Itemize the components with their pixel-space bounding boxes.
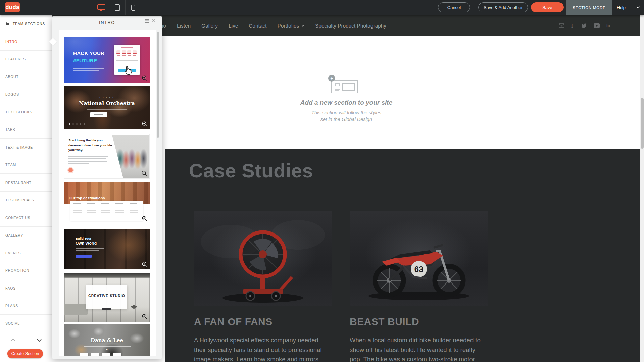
label-bar — [122, 55, 126, 56]
template-thumbnail-hack-your-future[interactable]: HACK YOUR #FUTURE — [64, 37, 150, 83]
case-study-title: A FAN OF FANS — [194, 316, 332, 327]
thumb-title: HACK YOUR — [73, 50, 104, 56]
sidebar-item-features[interactable]: FEATURES — [0, 51, 52, 68]
template-thumbnail-start-living[interactable]: Start living the life you deserve to liv… — [64, 134, 150, 179]
zoom-preview-icon[interactable] — [142, 75, 148, 81]
zoom-preview-icon[interactable] — [142, 314, 148, 320]
sidebar-item-plans[interactable]: PLANS — [0, 297, 52, 315]
table-column — [115, 203, 126, 218]
cancel-button[interactable]: Cancel — [438, 2, 470, 12]
input-line — [116, 60, 138, 61]
thumb-subtitle: Own World — [76, 241, 97, 246]
sidebar-item-tabs[interactable]: TABS — [0, 121, 52, 139]
nav-item-portfolios[interactable]: Portfolios — [278, 23, 305, 29]
sidebar-item-restaurant[interactable]: RESTAURANT — [0, 174, 52, 192]
desktop-preview-button[interactable] — [93, 0, 109, 15]
dirt-bike-illustration: 63 — [350, 211, 488, 306]
sidebar-item-gallery[interactable]: GALLERY — [0, 227, 52, 245]
panel-scrollbar-thumb[interactable] — [157, 32, 159, 138]
table-column — [101, 203, 112, 218]
thumb-subtitle: #FUTURE — [73, 58, 97, 63]
mobile-preview-button[interactable] — [125, 0, 141, 15]
wireframe-line — [335, 90, 339, 91]
browser-scrollbar[interactable] — [640, 15, 644, 362]
thumb-title: Build Your — [76, 237, 91, 240]
template-thumbnail-national-orchestra[interactable]: • • • • • National Orchestra — [64, 86, 150, 129]
overlay-card: CREATIVE STUDIO — [86, 285, 127, 309]
nav-item-contact[interactable]: Contact — [249, 23, 267, 29]
help-menu[interactable]: Help — [617, 0, 626, 15]
facebook-icon[interactable]: f — [571, 23, 575, 29]
chair-shape — [130, 305, 138, 316]
signup-button-shape — [118, 69, 136, 72]
sidebar-item-team[interactable]: TEAM — [0, 156, 52, 174]
save-button[interactable]: Save — [531, 2, 564, 12]
template-thumbnail-creative-studio[interactable]: CREATIVE STUDIO — [64, 273, 150, 322]
sidebar-item-testimonials[interactable]: TESTIMONIALS — [0, 192, 52, 209]
add-section-plus-icon[interactable]: + — [328, 75, 335, 82]
section-heading: Case Studies — [189, 159, 313, 182]
sidebar-item-text-image[interactable]: TEXT & IMAGE — [0, 139, 52, 156]
sidebar-header: TEAM SECTIONS — [0, 15, 52, 33]
email-icon[interactable] — [559, 23, 564, 28]
dot — [76, 123, 78, 125]
template-thumbnail-build-your-own-world[interactable]: Build Your Own World — [64, 229, 150, 269]
carousel-dots — [69, 123, 85, 125]
sidebar-item-about[interactable]: ABOUT — [0, 68, 52, 86]
countdown-card — [114, 45, 140, 75]
nav-item-label: Gallery — [201, 23, 218, 29]
linkedin-icon[interactable]: in — [606, 23, 611, 28]
add-section-subtitle-line2: set in the Global Design — [296, 117, 397, 122]
countdown-boxes — [80, 353, 121, 356]
text-line — [76, 248, 104, 249]
zoom-preview-icon[interactable] — [142, 261, 148, 267]
sidebar-item-text-blocks[interactable]: TEXT BLOCKS — [0, 103, 52, 121]
zoom-preview-icon[interactable] — [142, 216, 148, 222]
nav-item-bio[interactable]: io — [162, 23, 166, 29]
sidebar-item-events[interactable]: EVENTS — [0, 244, 52, 262]
accent-circle — [68, 168, 73, 172]
tablet-preview-button[interactable] — [109, 0, 125, 15]
twitter-icon[interactable] — [581, 23, 587, 28]
sidebar-item-contact-us[interactable]: CONTACT US — [0, 209, 52, 227]
countdown-cell — [133, 50, 137, 54]
chevron-down-icon — [37, 339, 42, 342]
social-links: f in — [559, 15, 611, 36]
zoom-preview-icon[interactable] — [142, 121, 148, 127]
sidebar-item-faqs[interactable]: FAQS — [0, 279, 52, 297]
scroll-up-button[interactable] — [0, 333, 26, 348]
dot — [80, 123, 81, 125]
table-column — [130, 203, 140, 218]
sidebar-item-logos[interactable]: LOGOS — [0, 86, 52, 104]
template-thumbnail-dana-and-lee[interactable]: Dana & Lee ♥ — [64, 324, 150, 356]
nav-item-live[interactable]: Live — [229, 23, 238, 29]
nav-item-listen[interactable]: Listen — [177, 23, 191, 29]
case-study-title: BEAST BUILD — [350, 316, 488, 327]
fan-machine-illustration — [194, 211, 332, 306]
grid-view-icon[interactable] — [145, 19, 149, 23]
youtube-icon[interactable] — [594, 23, 600, 28]
close-icon[interactable] — [151, 19, 156, 23]
save-add-another-button[interactable]: Save & Add Another — [478, 2, 528, 12]
thumb-title: CREATIVE STUDIO — [86, 294, 127, 298]
scroll-down-button[interactable] — [26, 333, 52, 348]
nav-item-specialty[interactable]: Specialty Product Photography — [315, 23, 386, 29]
thumb-title: Our top destinations — [69, 196, 105, 200]
text-line — [84, 346, 131, 347]
chevron-down-icon[interactable] — [636, 6, 640, 9]
countdown-cell — [102, 353, 110, 356]
sidebar-item-promotion[interactable]: PROMOTION — [0, 262, 52, 280]
site-nav-links: io Listen Gallery Live Contact Portfolio… — [162, 15, 386, 36]
template-thumbnail-top-destinations[interactable]: Our top destinations — [64, 182, 150, 224]
zoom-preview-icon[interactable] — [141, 170, 147, 176]
thumb-title: Dana & Lee — [64, 337, 150, 343]
sidebar-item-intro[interactable]: INTRO — [0, 33, 52, 51]
countdown-digits — [116, 50, 137, 54]
label-bar — [128, 55, 131, 56]
nav-item-gallery[interactable]: Gallery — [201, 23, 218, 29]
chevron-down-icon — [301, 25, 304, 27]
sidebar-item-social[interactable]: SOCIAL — [0, 315, 52, 332]
text-line — [68, 156, 108, 157]
browser-scrollbar-thumb[interactable] — [641, 98, 644, 149]
create-section-button[interactable]: Create Section — [7, 349, 43, 358]
